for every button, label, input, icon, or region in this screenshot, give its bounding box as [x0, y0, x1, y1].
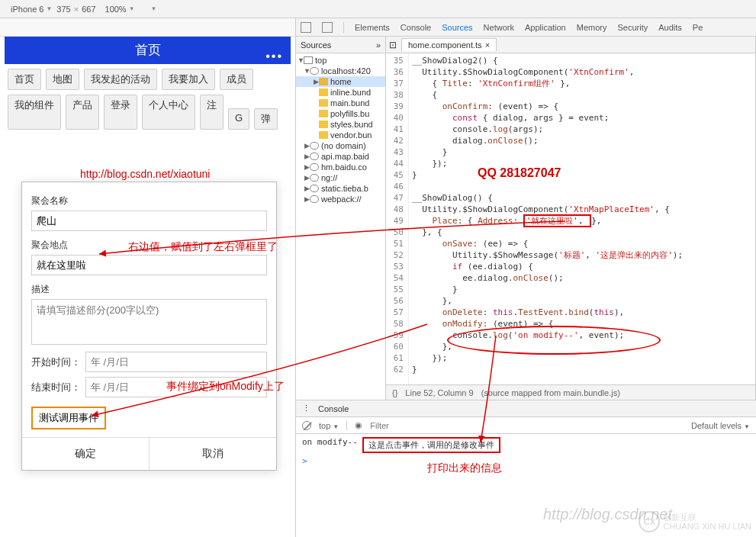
cancel-button[interactable]: 取消	[150, 438, 276, 470]
nav-members[interactable]: 成员	[220, 69, 253, 90]
tree-top[interactable]: ▼top	[296, 55, 385, 66]
nav-x1[interactable]: 注	[200, 95, 224, 130]
context-select[interactable]: top ▼	[319, 421, 339, 430]
cursor-pos: Line 52, Column 9	[405, 388, 473, 397]
nav-x2[interactable]: G	[228, 108, 249, 130]
chevron-down-icon: ▼	[46, 5, 52, 12]
tree-cloud[interactable]: ▶api.map.baid	[296, 151, 385, 162]
editor-nav-icon[interactable]: ⊡	[389, 40, 397, 50]
levels-select[interactable]: Default levels ▼	[691, 421, 750, 430]
tab-memory[interactable]: Memory	[577, 23, 607, 32]
ok-button[interactable]: 确定	[22, 438, 150, 470]
end-date-input[interactable]	[85, 377, 267, 397]
more-icon[interactable]: •••	[265, 43, 283, 70]
end-label: 结束时间：	[31, 381, 81, 394]
device-toolbar: iPhone 6▼ 375 × 667 100%▼ ▼	[0, 0, 756, 18]
tree-cloud[interactable]: ▶webpack://	[296, 194, 385, 204]
tab-network[interactable]: Network	[484, 23, 514, 32]
console-log-row[interactable]: on modify-- 这是点击事件，调用的是修改事件	[302, 436, 750, 455]
nav-myevents[interactable]: 我发起的活动	[84, 69, 157, 90]
source-map-info: (source mapped from main.bundle.js)	[481, 388, 620, 397]
sources-sidebar: Sources» ▼top ▼localhost:420 ▶home inlin…	[296, 37, 386, 400]
address-bar[interactable]	[0, 18, 295, 37]
close-icon[interactable]: ×	[485, 40, 490, 50]
nav-profile[interactable]: 个人中心	[142, 95, 195, 130]
tree-file[interactable]: vendor.bun	[296, 130, 385, 140]
sidebar-tab-sources[interactable]: Sources»	[296, 37, 385, 53]
device-width[interactable]: 375	[56, 5, 70, 14]
watermark-logo: CX 创新互联CHUANG XIN HU LIAN	[639, 511, 751, 532]
device-height[interactable]: 667	[82, 5, 95, 14]
nav-login[interactable]: 登录	[104, 95, 137, 130]
nav-join[interactable]: 我要加入	[162, 69, 215, 90]
nav-components[interactable]: 我的组件	[8, 95, 61, 130]
console-menu-icon[interactable]: ⋮	[302, 404, 310, 413]
nav-map[interactable]: 地图	[46, 69, 79, 90]
name-input[interactable]	[31, 211, 267, 231]
test-call-event-button[interactable]: 测试调用事件	[31, 407, 106, 429]
code-editor[interactable]: 3536373839404142434445464748495051525354…	[386, 53, 755, 384]
tab-console[interactable]: Console	[401, 23, 431, 32]
start-date-input[interactable]	[85, 352, 267, 372]
log-text: on modify--	[302, 437, 358, 453]
name-label: 聚会名称	[31, 195, 267, 207]
devtools-tabs: Elements Console Sources Network Applica…	[296, 18, 756, 37]
tree-file[interactable]: main.bund	[296, 98, 385, 108]
tree-domain[interactable]: ▼localhost:420	[296, 66, 385, 76]
log-object: 这是点击事件，调用的是修改事件	[362, 437, 500, 453]
tab-application[interactable]: Application	[525, 23, 566, 32]
tree-cloud[interactable]: ▶ng://	[296, 172, 385, 183]
tree-cloud[interactable]: ▶static.tieba.b	[296, 183, 385, 194]
inspect-icon[interactable]	[301, 22, 311, 33]
page-title: 首页	[135, 43, 161, 57]
desc-textarea[interactable]	[31, 299, 267, 345]
tree-file[interactable]: styles.bund	[296, 119, 385, 130]
editor-tabs: ⊡ home.component.ts×	[386, 37, 755, 53]
dialog: 聚会名称 聚会地点 描述 开始时间： 结束时间： 测试调用事件 确定 取消	[21, 182, 277, 471]
console-filter-input[interactable]	[370, 421, 484, 430]
desc-label: 描述	[31, 283, 267, 296]
tree-cloud[interactable]: ▶(no domain)	[296, 140, 385, 151]
orientation-select[interactable]: ▼	[149, 5, 157, 12]
tab-security[interactable]: Security	[617, 23, 648, 32]
tab-more[interactable]: Pe	[693, 23, 703, 32]
device-select[interactable]: iPhone 6▼	[11, 5, 52, 14]
tree-cloud[interactable]: ▶hm.baidu.co	[296, 162, 385, 172]
nav-home[interactable]: 首页	[8, 69, 41, 90]
addr-label: 聚会地点	[31, 239, 267, 252]
tree-folder-home[interactable]: ▶home	[296, 76, 385, 87]
device-preview: 首页 ••• 首页 地图 我发起的活动 我要加入 成员 我的组件 产品 登录 个…	[0, 37, 295, 537]
tab-elements[interactable]: Elements	[355, 23, 390, 32]
clear-console-icon[interactable]	[302, 421, 311, 430]
console-tab[interactable]: Console	[318, 404, 349, 413]
start-label: 开始时间：	[31, 355, 81, 369]
tree-file[interactable]: polyfills.bu	[296, 108, 385, 119]
addr-input[interactable]	[31, 255, 267, 275]
tab-audits[interactable]: Audits	[658, 23, 682, 32]
nav-buttons: 首页 地图 我发起的活动 我要加入 成员 我的组件 产品 登录 个人中心 注 G…	[5, 64, 291, 134]
device-toggle-icon[interactable]	[322, 22, 333, 33]
tab-sources[interactable]: Sources	[442, 23, 472, 32]
editor-status: {} Line 52, Column 9 (source mapped from…	[386, 384, 755, 400]
filter-icon[interactable]: ◉	[355, 420, 362, 430]
editor-tab[interactable]: home.component.ts×	[401, 38, 497, 51]
zoom-select[interactable]: 100%▼	[105, 5, 135, 14]
nav-x3[interactable]: 弹	[254, 108, 278, 130]
app-header: 首页 •••	[5, 37, 291, 64]
tree-file[interactable]: inline.bund	[296, 87, 385, 98]
console-prompt[interactable]: >	[302, 456, 307, 466]
nav-products[interactable]: 产品	[66, 95, 99, 130]
